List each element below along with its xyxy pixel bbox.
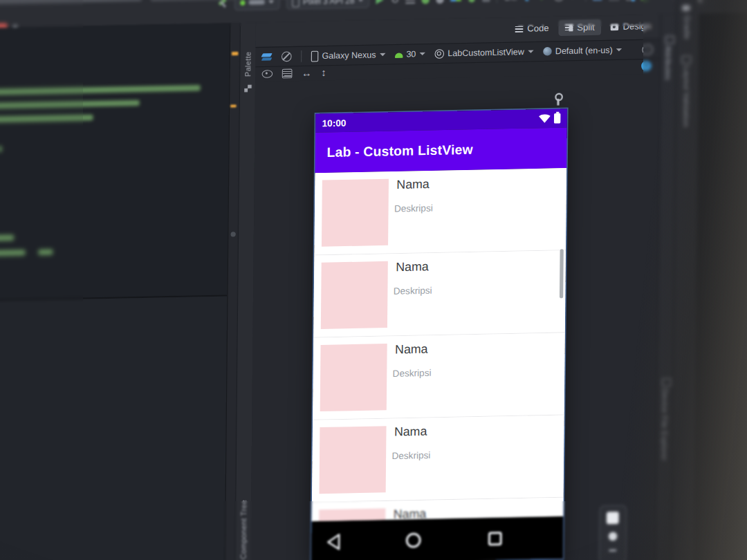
list-view-icon[interactable]: [282, 68, 293, 78]
item-description: Deskripsi: [394, 285, 432, 297]
code-line-blurred: [0, 146, 2, 152]
device-dropdown-label: Pixel 3 API 28: [303, 0, 355, 6]
git-label: Git:: [504, 0, 518, 2]
code-line-blurred: [0, 115, 93, 123]
git-update-icon[interactable]: [524, 0, 532, 2]
list-item: Nama Deskripsi: [314, 168, 566, 255]
list-scrollbar: [560, 249, 564, 298]
nav-back-icon: [324, 532, 343, 552]
code-line-blurred: [0, 250, 26, 256]
device-dropdown[interactable]: Pixel 3 API 28: [286, 0, 370, 10]
theme-label: LabCustomListView: [448, 47, 524, 59]
code-tag-close-blurred: [38, 249, 53, 255]
help-icon[interactable]: [641, 61, 652, 71]
status-time: 10:00: [322, 117, 347, 128]
theme-icon: [434, 48, 444, 58]
item-thumbnail: [322, 179, 389, 247]
globe-icon: [543, 47, 552, 56]
stop-button[interactable]: [482, 0, 490, 1]
code-editor[interactable]: [0, 23, 230, 560]
wifi-icon: [539, 114, 551, 123]
tab-split[interactable]: Split: [558, 19, 601, 36]
attach-debugger-icon[interactable]: [436, 0, 444, 3]
phone-icon: [311, 50, 319, 62]
layout-validation-tool-button[interactable]: Layout Validation: [682, 66, 691, 127]
design-surface[interactable]: 10:00 Lab - Custom ListView Nama: [250, 74, 660, 560]
device-file-explorer-icon: [662, 378, 672, 386]
item-name: Nama: [396, 260, 429, 275]
wrench-icon[interactable]: [555, 93, 563, 101]
run-config-status-dot: [240, 0, 245, 5]
terminal-icon[interactable]: [609, 0, 620, 1]
right-outer-tool-strip: Gradle Layout Validation: [671, 0, 699, 560]
scrollbar-warning-mark: [230, 104, 236, 107]
theme-dropdown[interactable]: LabCustomListView: [434, 46, 533, 59]
phone-preview[interactable]: 10:00 Lab - Custom ListView Nama: [311, 109, 567, 560]
run-button[interactable]: [376, 0, 385, 4]
debug-button[interactable]: [421, 0, 430, 3]
status-icons: [539, 113, 560, 124]
code-line-blurred: [0, 85, 201, 95]
info-icon[interactable]: [642, 44, 653, 55]
item-name: Nama: [395, 342, 428, 357]
api-level-dropdown[interactable]: 30: [395, 48, 425, 59]
device-file-explorer-tool-button[interactable]: Device File Explorer: [661, 389, 670, 461]
tab-split-label: Split: [577, 22, 595, 32]
phone-icon: [292, 0, 299, 7]
item-thumbnail: [320, 426, 387, 494]
chevron-down-icon: [358, 0, 364, 1]
editor-lower-pane[interactable]: [0, 296, 227, 560]
design-panel: Code Split Design: [250, 15, 661, 560]
main-toolbar: Pixel 3 API 28 Git:: [216, 0, 701, 11]
api-level-label: 30: [406, 49, 416, 59]
nav-recents-icon: [486, 530, 504, 548]
nav-home-icon: [404, 531, 423, 550]
tab-design-label: Design: [622, 21, 651, 31]
zoom-to-fit-button[interactable]: [607, 512, 619, 524]
run-config-dropdown[interactable]: [234, 0, 279, 10]
profiler-icon[interactable]: [450, 0, 461, 1]
palette-tool-button[interactable]: Palette: [243, 51, 252, 77]
git-commit-icon[interactable]: [539, 0, 547, 1]
component-tree-tool-button[interactable]: Component Tree: [239, 499, 248, 559]
layers-icon[interactable]: [262, 53, 273, 62]
phone-nav-bar: [311, 516, 563, 560]
item-description: Deskripsi: [394, 203, 433, 214]
ide-root: Pixel 3 API 28 Git:: [0, 0, 747, 560]
render-options-icon[interactable]: [282, 51, 292, 62]
toolbar-separator: [497, 0, 497, 3]
orientation-vertical-icon[interactable]: [321, 67, 326, 77]
apply-code-changes-icon[interactable]: [405, 0, 415, 3]
orientation-horizontal-icon[interactable]: [302, 68, 312, 78]
build-hammer-icon[interactable]: [216, 0, 228, 8]
split-mode-icon: [565, 24, 573, 32]
profile-app-icon[interactable]: [468, 0, 475, 2]
device-for-preview-dropdown[interactable]: Galaxy Nexus: [311, 49, 385, 62]
zoom-in-button[interactable]: [609, 532, 618, 541]
code-line-blurred: [0, 235, 14, 241]
locale-label: Default (en-us): [555, 45, 613, 56]
chevron-down-icon: [268, 1, 274, 3]
item-name: Nama: [396, 177, 430, 192]
item-thumbnail: [320, 344, 387, 411]
apply-changes-icon[interactable]: [391, 0, 399, 5]
phone-app-bar: Lab - Custom ListView: [315, 127, 567, 173]
zoom-out-button[interactable]: [609, 550, 616, 552]
palette-icon: [244, 85, 252, 93]
attributes-tool-button[interactable]: Attributes: [664, 46, 673, 80]
splitter-knob: [230, 232, 235, 236]
rollback-icon[interactable]: [571, 0, 579, 1]
locale-dropdown[interactable]: Default (en-us): [543, 45, 622, 57]
toolbar-separator: [301, 50, 302, 62]
gradle-tool-button[interactable]: Gradle: [683, 15, 692, 39]
history-icon[interactable]: [554, 0, 564, 1]
list-item: Nama Deskripsi: [313, 250, 566, 337]
tab-design[interactable]: Design: [604, 18, 657, 35]
list-item: Nama Deskripsi: [312, 416, 564, 503]
scrollbar-warning-mark: [232, 52, 238, 55]
view-options-icon[interactable]: [261, 70, 273, 78]
code-line-blurred: [0, 100, 140, 109]
gradle-icon: [682, 5, 690, 11]
item-thumbnail: [321, 261, 388, 329]
tab-code[interactable]: Code: [508, 20, 555, 37]
